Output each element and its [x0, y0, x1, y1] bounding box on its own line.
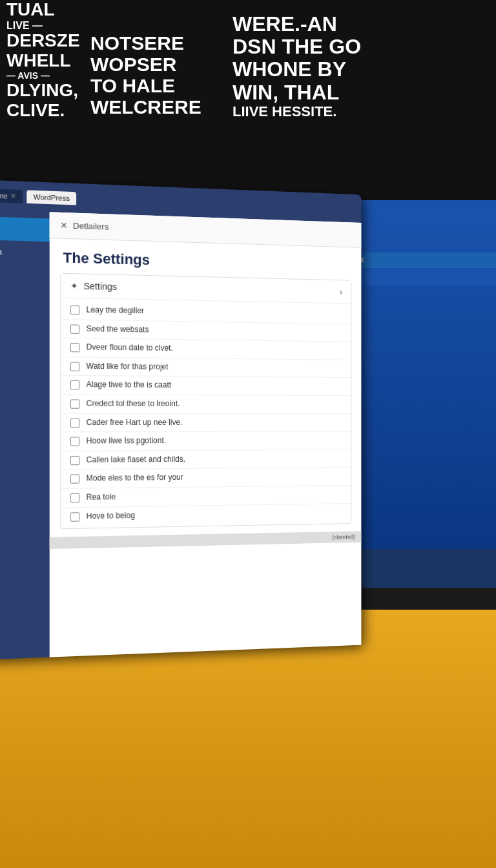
checkbox-list: Leay the degiller Seed the websats Dveer… — [61, 298, 351, 528]
checkbox-label-6: Credect tol these to lreoint. — [87, 398, 180, 409]
tab-wordpress[interactable]: WordPress — [26, 190, 76, 205]
monitor: Game ✕ WordPress ngs ction ans afe nts — [0, 180, 361, 660]
checkbox-7[interactable] — [70, 418, 79, 428]
checkbox-item-12[interactable]: Hove to beiog — [61, 504, 351, 526]
poster-right: WERE.-AN DSN THE GO WHONE BY WIN, THAL L… — [226, 0, 407, 126]
checkbox-item-4[interactable]: Watd like for thas projet — [61, 357, 351, 378]
sidebar-item-ction[interactable]: ction — [0, 240, 50, 265]
checkbox-label-3: Dveer floun date to clvet. — [87, 342, 173, 353]
dialog-title: Detlailers — [73, 221, 109, 232]
main-content: ✕ Detlailers The Settings ✦ Settings › — [50, 212, 362, 657]
tab-game-label: Game — [0, 191, 8, 200]
sidebar-item-nts[interactable]: nts — [0, 309, 50, 334]
checkbox-1[interactable] — [70, 305, 79, 315]
checkbox-item-5[interactable]: Alage tiwe to the is caatt — [61, 376, 351, 396]
checkbox-9[interactable] — [70, 456, 79, 465]
checkbox-2[interactable] — [70, 324, 79, 333]
settings-expand-arrow[interactable]: › — [340, 287, 342, 297]
checkbox-item-6[interactable]: Credect tol these to lreoint. — [61, 395, 351, 414]
sidebar-item-ngs[interactable]: ngs — [0, 216, 50, 242]
settings-section: ✦ Settings › Leay the degiller Seed the … — [60, 273, 351, 530]
checkbox-label-10: Mode eles to the es for your — [87, 473, 183, 484]
checkbox-label-1: Leay the degiller — [87, 305, 144, 316]
checkbox-6[interactable] — [70, 399, 79, 408]
checkbox-3[interactable] — [70, 343, 79, 352]
poster-center: NOTSERE WOPSER TO HALE WELCRERE — [84, 0, 226, 124]
screen-content: ngs ction ans afe nts ✕ Detlailers The — [0, 209, 361, 660]
dialog-close-icon[interactable]: ✕ — [60, 220, 67, 231]
checkbox-4[interactable] — [70, 362, 79, 371]
checkbox-8[interactable] — [70, 437, 79, 446]
settings-icon: ✦ — [70, 280, 78, 291]
checkbox-label-9: Callen lake flaset and childs. — [87, 455, 185, 466]
sidebar-item-afe[interactable]: afe — [0, 286, 50, 311]
checkbox-5[interactable] — [70, 380, 79, 389]
checkbox-12[interactable] — [70, 512, 79, 521]
tab-game[interactable]: Game ✕ — [0, 188, 23, 203]
checkbox-label-4: Watd like for thas projet — [87, 361, 169, 372]
checkbox-label-11: Rea tole — [87, 492, 116, 502]
checkbox-10[interactable] — [70, 475, 79, 484]
tab-game-close[interactable]: ✕ — [10, 192, 16, 200]
settings-label: Settings — [83, 281, 117, 292]
checkbox-item-3[interactable]: Dveer floun date to clvet. — [61, 338, 351, 360]
poster-wall: TUAL LIVE — DERSZE WHELL — AVIS — DLYING… — [0, 0, 496, 207]
checkbox-item-8[interactable]: Hoow liwe lss pgotiont. — [61, 432, 351, 451]
sidebar-item-ans[interactable]: ans — [0, 263, 50, 288]
checkbox-label-2: Seed the websats — [87, 324, 149, 335]
checkbox-label-5: Alage tiwe to the is caatt — [87, 380, 172, 390]
checkbox-item-9[interactable]: Callen lake flaset and childs. — [61, 450, 351, 470]
status-bar: (clareted) — [50, 531, 362, 549]
checkbox-label-12: Hove to beiog — [87, 510, 135, 521]
sidebar: ngs ction ans afe nts — [0, 209, 50, 660]
laptop-bg-text: Pronfie Beatt r Dor T Current Turr Becky… — [338, 213, 496, 376]
checkbox-item-7[interactable]: Cader free Hart up nee live. — [61, 413, 351, 432]
status-text: (clareted) — [332, 534, 355, 541]
checkbox-11[interactable] — [70, 493, 79, 502]
poster-left: TUAL LIVE — DERSZE WHELL — AVIS — DLYING… — [0, 0, 84, 127]
checkbox-label-8: Hoow liwe lss pgotiont. — [87, 436, 167, 446]
settings-header-left: ✦ Settings — [70, 280, 117, 292]
checkbox-label-7: Cader free Hart up nee live. — [87, 418, 183, 428]
tab-wordpress-label: WordPress — [34, 192, 70, 202]
